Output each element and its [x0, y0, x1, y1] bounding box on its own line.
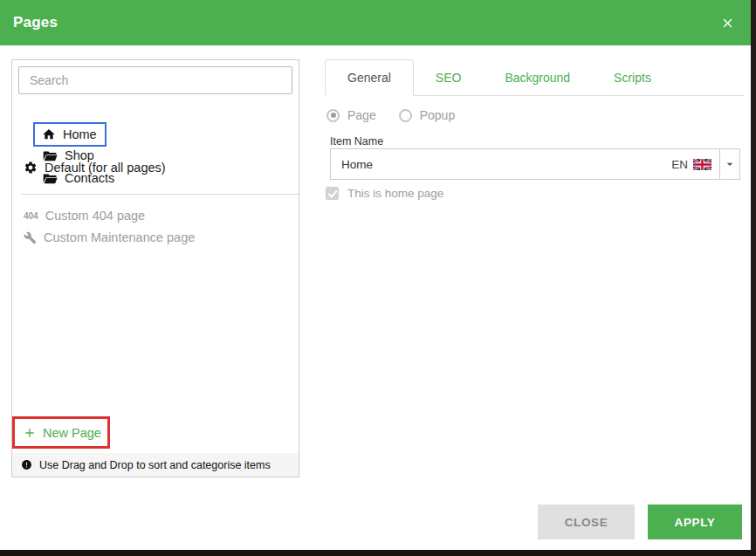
tree-item-label: Contacts	[65, 171, 114, 185]
gear-icon	[24, 161, 38, 175]
folder-open-icon	[43, 149, 58, 162]
screen-edge-bottom	[0, 550, 756, 556]
home-icon	[42, 127, 56, 141]
tab-background[interactable]: Background	[483, 59, 592, 95]
page-type-radio-group: Page Popup	[326, 108, 455, 122]
chevron-down-icon	[723, 157, 737, 171]
hint-text: Use Drag and Drop to sort and categorise…	[39, 459, 271, 471]
uk-flag-icon	[693, 159, 711, 170]
tree-item-label: Shop	[65, 148, 94, 162]
dialog-header: Pages	[0, 0, 751, 45]
language-indicator: EN	[671, 149, 719, 179]
tree-item-label: Custom Maintenance page	[44, 230, 195, 244]
tree-item-custom-maintenance[interactable]: Custom Maintenance page	[24, 230, 195, 244]
404-icon: 404	[24, 211, 38, 221]
tree-item-home-selected[interactable]: Home	[33, 122, 107, 147]
radio-label: Popup	[420, 108, 455, 122]
radio-selected-icon	[326, 109, 340, 122]
close-icon[interactable]	[720, 16, 735, 31]
close-button[interactable]: CLOSE	[538, 505, 635, 539]
wrench-icon	[24, 231, 37, 244]
checkbox-label: This is home page	[347, 187, 443, 200]
language-dropdown-button[interactable]	[719, 149, 739, 179]
language-code: EN	[671, 158, 688, 171]
new-page-button[interactable]: New Page	[12, 416, 110, 449]
tree-item-label: Home	[63, 127, 97, 141]
item-name-input[interactable]	[331, 149, 671, 179]
plus-icon	[23, 426, 37, 440]
tree-item-shop[interactable]: Shop	[43, 148, 94, 162]
exclamation-circle-icon	[21, 459, 32, 470]
apply-button[interactable]: APPLY	[648, 505, 742, 539]
dialog-title: Pages	[13, 14, 58, 31]
tree-divider	[21, 194, 299, 195]
radio-option-popup[interactable]: Popup	[399, 108, 455, 122]
checkbox-checked-icon	[326, 187, 339, 200]
tab-seo[interactable]: SEO	[414, 59, 484, 95]
radio-unselected-icon	[399, 109, 412, 122]
item-name-field: EN	[330, 148, 740, 180]
radio-label: Page	[347, 108, 376, 122]
settings-tabs: General SEO Background Scripts	[325, 59, 744, 96]
tree-item-contacts[interactable]: Contacts	[43, 171, 114, 185]
tab-scripts[interactable]: Scripts	[592, 59, 673, 95]
tab-general[interactable]: General	[325, 59, 414, 96]
home-page-checkbox-row[interactable]: This is home page	[326, 187, 443, 200]
tree-item-custom-404[interactable]: 404 Custom 404 page	[24, 209, 145, 223]
pages-dialog: Pages Default (for all pages) Home Shop	[0, 0, 751, 550]
drag-drop-hint: Use Drag and Drop to sort and categorise…	[12, 453, 299, 477]
search-input[interactable]	[18, 66, 292, 94]
folder-open-icon	[43, 172, 58, 185]
new-page-label: New Page	[43, 426, 101, 440]
pages-tree-panel: Default (for all pages) Home Shop Contac…	[11, 59, 299, 477]
item-name-label: Item Name	[330, 135, 383, 148]
tree-item-label: Custom 404 page	[45, 209, 145, 223]
screen-edge-right	[751, 0, 756, 556]
radio-option-page[interactable]: Page	[326, 108, 376, 122]
